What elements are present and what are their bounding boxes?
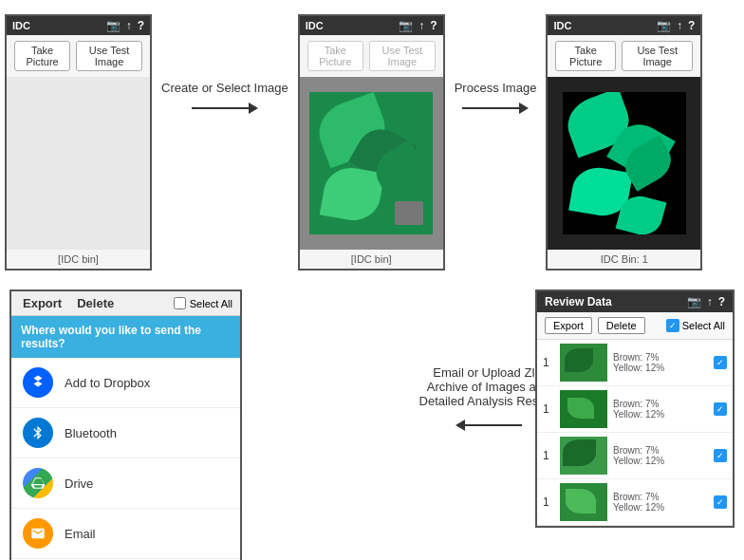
- upload-icon-3: ↑: [677, 19, 682, 32]
- phone3-icons: 📷 ↑ ?: [657, 19, 695, 32]
- share-email[interactable]: Email: [11, 509, 240, 559]
- camera-icon-review: 📷: [687, 295, 701, 308]
- create-label: Create or Select Image: [161, 81, 288, 95]
- review-delete-btn[interactable]: Delete: [598, 317, 645, 334]
- phone2-title: IDC: [306, 20, 324, 31]
- row3-checkbox[interactable]: ✓: [714, 449, 727, 462]
- export-header: Export Delete Select All: [11, 291, 240, 316]
- help-icon: ?: [138, 19, 144, 32]
- export-button[interactable]: Export: [19, 296, 65, 310]
- review-export-btn[interactable]: Export: [545, 317, 592, 334]
- drive-label: Drive: [65, 476, 93, 491]
- help-icon-review: ?: [718, 295, 725, 308]
- phone1-body: [7, 77, 150, 250]
- email-arrow: [456, 420, 522, 431]
- review-header: Review Data 📷 ↑ ?: [537, 291, 733, 312]
- phone3-footer: IDC Bin: 1: [548, 250, 700, 269]
- share-dropbox[interactable]: Add to Dropbox: [11, 358, 240, 408]
- arrow-head-1: [249, 103, 258, 114]
- upload-icon: ↑: [126, 19, 132, 32]
- row4-thumb: [560, 483, 607, 521]
- upload-icon-2: ↑: [418, 19, 424, 32]
- email-label: Email: [65, 527, 96, 541]
- arrow-head-2: [519, 103, 529, 114]
- row4-checkbox[interactable]: ✓: [714, 495, 727, 509]
- row2-thumb: [560, 390, 607, 428]
- phone1-icons: 📷 ↑ ?: [106, 19, 144, 32]
- take-picture-btn-3[interactable]: Take Picture: [555, 41, 616, 71]
- phone2-icons: 📷 ↑ ?: [399, 19, 437, 32]
- plant-image-dark: [563, 92, 686, 234]
- review-select-all-checkbox[interactable]: ✓: [666, 319, 679, 332]
- review-toolbar: Export Delete ✓ Select All: [537, 312, 733, 340]
- row2-num: 1: [543, 402, 554, 416]
- row2-checkbox[interactable]: ✓: [714, 402, 727, 416]
- phone-export: Export Delete Select All Where would you…: [9, 289, 242, 560]
- upload-icon-review: ↑: [707, 295, 713, 308]
- phone2-header: IDC 📷 ↑ ?: [300, 16, 443, 35]
- phone3-header: IDC 📷 ↑ ?: [548, 16, 700, 35]
- review-row-3: 1 Brown: 7% Yellow: 12% ✓: [537, 433, 733, 479]
- row4-num: 1: [543, 495, 554, 509]
- phone-image: IDC 📷 ↑ ? Take Picture Use Test Image: [298, 14, 445, 271]
- row3-thumb: [560, 437, 607, 475]
- arrow-line-2: [462, 107, 519, 109]
- bottom-row: Export Delete Select All Where would you…: [0, 289, 744, 560]
- row1-checkbox[interactable]: ✓: [714, 356, 727, 369]
- row2-stats: Brown: 7% Yellow: 12%: [613, 399, 708, 420]
- camera-icon: 📷: [106, 19, 121, 32]
- select-all-container: Select All: [174, 297, 232, 309]
- review-row-4: 1 Brown: 7% Yellow: 12% ✓: [537, 479, 733, 526]
- phone-review: Review Data 📷 ↑ ? Export Delete ✓ Select…: [535, 289, 735, 528]
- help-icon-3: ?: [688, 19, 695, 32]
- top-row: IDC 📷 ↑ ? Take Picture Use Test Image [I…: [0, 5, 744, 271]
- row4-stats: Brown: 7% Yellow: 12%: [613, 492, 708, 513]
- camera-icon-2: 📷: [399, 19, 413, 32]
- arrow-head-left: [456, 420, 465, 431]
- help-icon-2: ?: [430, 19, 437, 32]
- email-icon: [23, 518, 53, 549]
- share-bluetooth[interactable]: Bluetooth: [11, 408, 240, 458]
- plant-image-color: [309, 92, 433, 234]
- select-all-checkbox[interactable]: [174, 297, 186, 309]
- process-arrow: [462, 103, 529, 114]
- review-select-all: ✓ Select All: [666, 319, 725, 332]
- use-test-image-btn-1[interactable]: Use Test Image: [76, 41, 142, 71]
- phone1-footer: [IDC bin]: [7, 250, 150, 269]
- dropbox-label: Add to Dropbox: [65, 376, 150, 390]
- process-label: Process Image: [455, 81, 537, 95]
- bluetooth-icon: [23, 418, 53, 448]
- process-arrow-container: Process Image: [445, 81, 547, 114]
- phone-processed: IDC 📷 ↑ ? Take Picture Use Test Image: [546, 14, 702, 271]
- use-test-image-btn-3[interactable]: Use Test Image: [622, 41, 693, 71]
- row3-stats: Brown: 7% Yellow: 12%: [613, 445, 708, 466]
- take-picture-btn-1[interactable]: Take Picture: [14, 41, 70, 71]
- phone3-buttons: Take Picture Use Test Image: [548, 35, 700, 77]
- phone2-body: [300, 77, 443, 250]
- create-arrow-container: Create or Select Image: [152, 81, 298, 114]
- row3-num: 1: [543, 449, 554, 462]
- phone1-title: IDC: [12, 20, 30, 31]
- phone3-body: [548, 77, 700, 250]
- select-all-label: Select All: [190, 298, 232, 309]
- phone-create: IDC 📷 ↑ ? Take Picture Use Test Image [I…: [5, 14, 152, 271]
- delete-button[interactable]: Delete: [73, 296, 118, 310]
- take-picture-btn-2: Take Picture: [307, 41, 363, 71]
- create-arrow: [192, 103, 258, 114]
- drive-icon: [23, 468, 53, 498]
- phone1-buttons: Take Picture Use Test Image: [7, 35, 150, 77]
- share-drive[interactable]: Drive: [11, 458, 240, 509]
- review-icons: 📷 ↑ ?: [687, 295, 725, 308]
- review-select-all-label: Select All: [682, 320, 725, 331]
- arrow-line-1: [192, 107, 249, 109]
- phone1-header: IDC 📷 ↑ ?: [7, 16, 150, 35]
- review-row-1: 1 Brown: 7% Yellow: 12% ✓: [537, 340, 733, 386]
- review-title: Review Data: [545, 295, 612, 308]
- row1-thumb: [560, 344, 607, 382]
- row1-stats: Brown: 7% Yellow: 12%: [613, 352, 708, 373]
- dropbox-icon: [23, 367, 53, 398]
- use-test-image-btn-2: Use Test Image: [369, 41, 436, 71]
- phone2-buttons: Take Picture Use Test Image: [300, 35, 443, 77]
- bluetooth-label: Bluetooth: [65, 426, 117, 440]
- row1-num: 1: [543, 356, 554, 369]
